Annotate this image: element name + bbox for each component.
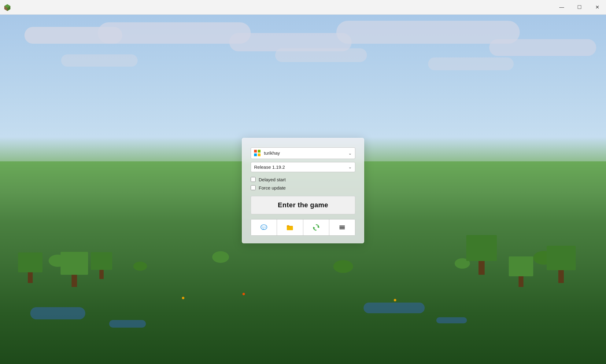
cloud-8 bbox=[428, 57, 514, 70]
water-4 bbox=[436, 317, 467, 323]
refresh-button[interactable] bbox=[303, 219, 329, 235]
folder-icon bbox=[286, 223, 294, 231]
svg-rect-12 bbox=[339, 228, 345, 229]
cloud-2 bbox=[98, 22, 251, 44]
minecraft-logo bbox=[3, 3, 12, 12]
svg-rect-10 bbox=[339, 226, 345, 226]
tree-1 bbox=[18, 252, 42, 283]
version-dropdown[interactable]: Release 1.19.2 ⌄ bbox=[251, 162, 355, 172]
tree-6 bbox=[466, 235, 497, 275]
folder-button[interactable] bbox=[277, 219, 303, 235]
tree-3 bbox=[91, 252, 112, 279]
ms-logo-blue bbox=[254, 153, 257, 156]
account-dropdown[interactable]: turikhay ⌄ bbox=[251, 147, 355, 159]
foliage-detail-3 bbox=[394, 299, 396, 301]
version-chevron-icon: ⌄ bbox=[348, 164, 352, 169]
close-button[interactable]: ✕ bbox=[588, 0, 606, 15]
bush-3 bbox=[212, 251, 229, 263]
water-1 bbox=[30, 307, 85, 319]
menu-icon bbox=[338, 223, 346, 231]
bottom-icon-row bbox=[251, 219, 355, 236]
version-value: Release 1.19.2 bbox=[254, 164, 348, 170]
ms-logo-yellow bbox=[258, 153, 261, 156]
ms-logo-green bbox=[258, 150, 261, 153]
cloud-5 bbox=[489, 39, 596, 56]
svg-point-7 bbox=[265, 226, 266, 227]
cloud-6 bbox=[61, 54, 138, 67]
account-chevron-icon: ⌄ bbox=[348, 151, 352, 156]
delayed-start-checkbox[interactable] bbox=[251, 177, 256, 182]
force-update-checkbox[interactable] bbox=[251, 185, 256, 190]
minimize-button[interactable]: — bbox=[553, 0, 571, 15]
foliage-detail-2 bbox=[242, 293, 245, 295]
water-2 bbox=[109, 320, 146, 328]
foliage-detail-1 bbox=[182, 297, 184, 299]
refresh-icon bbox=[312, 223, 320, 231]
bush-2 bbox=[133, 262, 147, 271]
tree-5 bbox=[509, 256, 533, 287]
svg-point-6 bbox=[264, 226, 264, 227]
maximize-button[interactable]: ☐ bbox=[571, 0, 588, 15]
svg-rect-11 bbox=[339, 227, 345, 228]
dialog-panel: turikhay ⌄ Release 1.19.2 ⌄ Delayed star… bbox=[242, 138, 364, 243]
chat-button[interactable] bbox=[251, 219, 277, 235]
svg-marker-9 bbox=[313, 227, 315, 229]
chat-icon bbox=[260, 223, 268, 231]
cloud-4 bbox=[336, 21, 520, 44]
titlebar: — ☐ ✕ bbox=[0, 0, 606, 15]
app-icon bbox=[0, 0, 15, 15]
force-update-label[interactable]: Force update bbox=[259, 185, 286, 190]
tree-4 bbox=[547, 246, 576, 283]
delayed-start-row: Delayed start bbox=[251, 177, 355, 182]
window-controls: — ☐ ✕ bbox=[553, 0, 606, 15]
account-name: turikhay bbox=[264, 150, 348, 156]
cloud-7 bbox=[275, 48, 367, 62]
microsoft-logo bbox=[254, 150, 261, 156]
enter-game-button[interactable]: Enter the game bbox=[251, 196, 355, 214]
svg-marker-8 bbox=[317, 226, 319, 228]
force-update-row: Force update bbox=[251, 185, 355, 190]
bush-4 bbox=[333, 260, 353, 273]
ms-logo-red bbox=[254, 150, 257, 153]
water-3 bbox=[364, 303, 425, 313]
tree-2 bbox=[61, 252, 88, 287]
menu-button[interactable] bbox=[329, 219, 355, 235]
delayed-start-label[interactable]: Delayed start bbox=[259, 177, 286, 182]
svg-point-5 bbox=[262, 226, 263, 227]
